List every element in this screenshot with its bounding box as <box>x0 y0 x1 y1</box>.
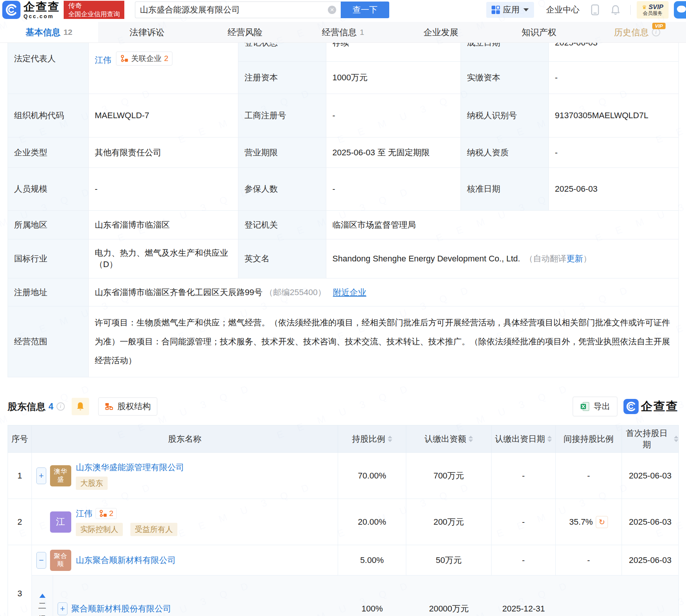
indirect-ratio-detail-icon[interactable]: ↻ <box>596 516 608 528</box>
search-input[interactable] <box>140 5 328 15</box>
col-header-amount[interactable]: 认缴出资额 <box>406 425 492 453</box>
ratio-cell: 100% <box>338 604 406 614</box>
first-date-cell: 2025-06-03 <box>622 499 679 545</box>
svip-membership[interactable]: ♛ SVIP 会员服务 <box>637 1 669 19</box>
tab-count: 12 <box>64 28 72 37</box>
triangle-up-icon <box>39 594 45 598</box>
sub-shareholder-name: + 聚合顺新材料股份有限公司 <box>53 602 338 615</box>
first-date-cell: 2025-06-03 <box>622 545 679 575</box>
apps-menu[interactable]: 应用 <box>486 2 534 18</box>
field-label-region: 所属地区 <box>8 211 89 239</box>
notification-bell-icon[interactable] <box>611 4 620 16</box>
tab-count: 1 <box>360 28 364 37</box>
qcc-logo-icon[interactable] <box>2 1 20 19</box>
sort-icon[interactable] <box>468 436 473 442</box>
tab-operating-info[interactable]: 经营信息 1 <box>294 22 392 42</box>
expand-button[interactable]: + <box>58 602 67 615</box>
row-no: 1 <box>8 453 32 499</box>
shareholders-section-header: 股东信息 4 i 股权结构 导出 企查查 <box>0 394 686 419</box>
nearby-companies-link[interactable]: 附近企业 <box>333 288 366 297</box>
sort-icon[interactable] <box>547 436 552 442</box>
tab-basic-info[interactable]: 基本信息 12 <box>0 22 98 42</box>
equity-structure-button[interactable]: 股权结构 <box>98 397 157 416</box>
tab-intellectual-property[interactable]: 知识产权 <box>490 22 588 42</box>
enterprise-center-link[interactable]: 企业中心 <box>546 4 579 16</box>
shareholders-count: 4 <box>49 402 53 412</box>
export-button[interactable]: 导出 <box>573 397 617 416</box>
date-cell: - <box>492 499 556 545</box>
field-value-registry: 临淄区市场监督管理局 <box>326 211 679 239</box>
tab-operating-risk[interactable]: 经营风险 <box>196 22 294 42</box>
row-no: 2 <box>8 499 32 545</box>
ratio-cell: 20.00% <box>338 499 406 545</box>
field-value-business-term: 2025-06-03 至 无固定期限 <box>326 138 461 168</box>
tab-legal-litigation[interactable]: 法律诉讼 <box>98 22 196 42</box>
shareholders-table: 序号 股东名称 持股比例 认缴出资额 认缴出资日期 间接持股比例 首次持股日期 … <box>8 425 679 616</box>
ratio-cell: 70.00% <box>338 453 406 499</box>
shareholder-name-cell: − 聚合顺 山东聚合顺新材料有限公司 <box>32 545 338 575</box>
field-label-business-term: 营业期限 <box>238 138 326 168</box>
collapse-button[interactable]: − <box>36 552 46 569</box>
field-label-business-scope: 经营范围 <box>8 306 89 377</box>
related-companies-badge[interactable]: 2 <box>96 508 117 519</box>
field-value-tax-id: 91370305MAELWQLD7L <box>549 94 679 138</box>
legal-rep-link[interactable]: 江伟 <box>95 55 111 65</box>
field-label-reg-capital: 注册资本 <box>238 62 326 94</box>
promo-line2: 全国企业信用查询 <box>68 10 120 18</box>
related-companies-badge[interactable]: 关联企业2 <box>116 52 172 66</box>
sort-icon[interactable] <box>388 436 392 442</box>
col-header-indirect: 间接持股比例 <box>556 425 622 453</box>
basic-info-table: 法定代表人 江伟关联企业2 登记状态 存续 成立日期 2025-06-03 注册… <box>8 43 679 377</box>
customer-service-mascot-icon[interactable] <box>674 1 686 19</box>
date-cell: - <box>492 545 556 575</box>
amount-cell: 50万元 <box>406 545 492 575</box>
field-label-address: 注册地址 <box>8 278 89 306</box>
info-icon[interactable]: i <box>652 28 660 36</box>
search-button[interactable]: 查一下 <box>341 2 389 18</box>
shareholder-link[interactable]: 山东聚合顺新材料有限公司 <box>76 555 176 566</box>
field-label-approval-date: 核准日期 <box>461 168 549 211</box>
field-label-insured: 参保人数 <box>238 168 326 211</box>
field-value-business-scope: 许可项目：生物质燃气生产和供应；燃气经营。（依法须经批准的项目，经相关部门批准后… <box>89 306 679 377</box>
shareholder-subrow: 二 级 + 聚合顺新材料股份有限公司 100% 20000万元 2025-12-… <box>8 575 679 616</box>
qcc-brand[interactable]: 企查查 Qcc.com <box>23 1 60 19</box>
field-label-staff-size: 人员规模 <box>8 168 89 211</box>
clear-search-icon[interactable]: ✕ <box>328 6 336 14</box>
tab-history-info[interactable]: VIP 历史信息 i <box>588 22 686 42</box>
tab-company-development[interactable]: 企业发展 <box>392 22 490 42</box>
search-box: ✕ <box>135 2 341 18</box>
row-no: 3 <box>8 545 32 616</box>
org-link-icon <box>120 55 128 63</box>
shareholder-row-1: 1 + 澳华盛 山东澳华盛能源管理有限公司 大股东 70.00% 700万元 -… <box>8 453 679 499</box>
sub-shareholder-link[interactable]: 聚合顺新材料股份有限公司 <box>71 603 171 614</box>
col-header-name: 股东名称 <box>32 425 338 453</box>
collapse-level-control[interactable]: 二 级 <box>32 575 53 616</box>
field-value-paid-capital: - <box>549 62 679 94</box>
col-header-date[interactable]: 认缴出资日期 <box>492 425 556 453</box>
promo-line1: 传奇 <box>68 2 120 10</box>
field-value-region: 山东省淄博市临淄区 <box>89 211 238 239</box>
monitor-bell-icon[interactable] <box>72 398 89 415</box>
shareholder-row-2: 2 江 江伟 2 实际控制人受益所有人 20.00% 200万元 - 35.7%… <box>8 499 679 545</box>
update-translation-link[interactable]: 更新 <box>567 254 583 263</box>
expand-button[interactable]: + <box>36 467 46 484</box>
indirect-cell: - <box>556 453 622 499</box>
field-value-address: 山东省淄博市临淄区齐鲁化工园区天辰路99号 （邮编255400） 附近企业 <box>89 278 679 306</box>
field-value-company-type: 其他有限责任公司 <box>89 138 238 168</box>
field-label-reg-status: 登记状态 <box>238 43 326 62</box>
mobile-app-icon[interactable] <box>590 4 600 16</box>
qcc-logo-icon <box>623 399 639 414</box>
field-label-legal-rep: 法定代表人 <box>8 43 89 94</box>
field-value-reg-capital: 1000万元 <box>326 62 461 94</box>
field-label-english-name: 英文名 <box>238 239 326 278</box>
shareholder-row-3: 3 − 聚合顺 山东聚合顺新材料有限公司 5.00% 50万元 - - 2025… <box>8 545 679 575</box>
shareholder-link[interactable]: 江伟 <box>76 508 92 519</box>
col-header-first-date[interactable]: 首次持股日期 <box>622 425 679 453</box>
svip-label: ♛ SVIP <box>642 4 663 11</box>
sort-icon[interactable] <box>674 436 678 442</box>
crown-icon: ♛ <box>642 4 647 10</box>
shareholder-link[interactable]: 山东澳华盛能源管理有限公司 <box>76 462 184 473</box>
info-icon[interactable]: i <box>56 402 65 411</box>
brand-name-cn: 企查查 <box>23 1 60 13</box>
col-header-ratio[interactable]: 持股比例 <box>338 425 406 453</box>
